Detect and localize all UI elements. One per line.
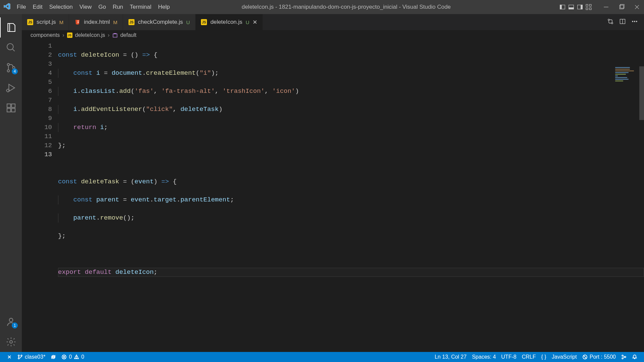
svg-rect-5	[581, 5, 583, 9]
tab-script-js[interactable]: JS script.js M	[22, 14, 69, 30]
svg-rect-8	[586, 8, 588, 10]
symbol-method-icon	[112, 33, 118, 38]
tab-label: deleteIcon.js	[210, 19, 242, 25]
git-branch[interactable]: clase03*	[15, 354, 48, 360]
tab-label: index.html	[84, 19, 110, 25]
extensions-icon[interactable]	[0, 98, 22, 118]
remote-indicator[interactable]	[4, 354, 15, 360]
editor-tabs: JS script.js M index.html M JS checkComp…	[22, 14, 644, 30]
svg-point-35	[632, 21, 633, 22]
window-controls	[603, 4, 640, 10]
split-editor-icon[interactable]	[619, 18, 626, 26]
problems[interactable]: 0 0	[59, 354, 87, 360]
tab-checkcomplete-js[interactable]: JS checkComplete.js U	[123, 14, 196, 30]
close-icon[interactable]	[634, 4, 640, 10]
warning-count: 0	[81, 354, 84, 360]
tab-index-html[interactable]: index.html M	[69, 14, 123, 30]
menu-run[interactable]: Run	[109, 4, 126, 10]
svg-rect-9	[589, 8, 591, 10]
svg-rect-6	[586, 4, 588, 6]
chevron-right-icon: ›	[62, 32, 64, 38]
breadcrumb-symbol[interactable]: default	[120, 32, 137, 38]
svg-rect-1	[560, 5, 562, 9]
svg-point-29	[9, 318, 13, 322]
svg-point-47	[76, 358, 77, 358]
menu-file[interactable]: File	[13, 4, 29, 10]
toggle-panel-icon[interactable]	[568, 4, 574, 10]
explorer-icon[interactable]	[0, 17, 22, 38]
sync-icon[interactable]	[48, 354, 59, 360]
svg-point-18	[7, 70, 9, 72]
language-mode[interactable]: { } JavaScript	[538, 354, 579, 360]
eol[interactable]: CRLF	[519, 354, 539, 360]
svg-point-30	[10, 341, 12, 343]
accounts-badge: 1	[12, 322, 18, 328]
svg-point-36	[634, 21, 635, 22]
titlebar: File Edit Selection View Go Run Terminal…	[0, 0, 644, 14]
svg-rect-7	[589, 4, 591, 6]
feedback-icon[interactable]	[619, 354, 629, 360]
svg-rect-28	[11, 108, 15, 112]
svg-point-15	[7, 44, 13, 50]
accounts-icon[interactable]: 1	[0, 312, 22, 332]
branch-name: clase03*	[25, 354, 45, 360]
svg-line-49	[584, 356, 586, 358]
js-file-icon: JS	[67, 33, 72, 38]
svg-point-37	[636, 21, 637, 22]
svg-rect-26	[11, 104, 15, 108]
svg-point-52	[622, 358, 623, 359]
tab-status: U	[186, 19, 190, 25]
svg-rect-38	[113, 34, 117, 37]
html-file-icon	[74, 19, 80, 25]
tab-status: M	[59, 19, 64, 25]
search-icon[interactable]	[0, 38, 22, 58]
svg-rect-3	[569, 8, 574, 9]
svg-point-41	[18, 358, 19, 359]
cursor-position[interactable]: Ln 13, Col 27	[432, 354, 469, 360]
source-control-icon[interactable]: 4	[0, 58, 22, 78]
notifications-icon[interactable]	[629, 354, 640, 360]
svg-point-40	[18, 355, 19, 356]
language-label: JavaScript	[552, 354, 577, 360]
more-actions-icon[interactable]	[631, 18, 638, 26]
live-server-port[interactable]: Port : 5500	[580, 354, 619, 360]
menu-selection[interactable]: Selection	[46, 4, 76, 10]
vertical-scrollbar[interactable]	[639, 66, 644, 352]
minimize-icon[interactable]	[603, 4, 609, 10]
scm-badge: 4	[12, 68, 18, 74]
breadcrumb-folder[interactable]: components	[31, 32, 60, 38]
menu-go[interactable]: Go	[95, 4, 109, 10]
tab-label: script.js	[37, 19, 56, 25]
line-numbers: 1234 5678 9101112 13	[22, 40, 58, 352]
menu-view[interactable]: View	[76, 4, 95, 10]
tab-label: checkComplete.js	[138, 19, 183, 25]
port-label: Port : 5500	[590, 354, 616, 360]
activity-bar: 4 1	[0, 14, 22, 352]
customize-layout-icon[interactable]	[586, 4, 592, 10]
toggle-primary-sidebar-icon[interactable]	[559, 4, 566, 10]
maximize-icon[interactable]	[619, 4, 625, 10]
svg-rect-27	[7, 108, 11, 112]
vscode-logo-icon	[3, 3, 11, 12]
js-file-icon: JS	[128, 19, 135, 25]
svg-point-32	[611, 22, 613, 23]
window-title: deleteIcon.js - 1821-manipulando-dom-con…	[133, 4, 559, 10]
settings-gear-icon[interactable]	[0, 332, 22, 352]
toggle-secondary-sidebar-icon[interactable]	[577, 4, 583, 10]
svg-point-31	[608, 19, 609, 20]
code-editor[interactable]: 1234 5678 9101112 13 const deleteIcon = …	[22, 40, 644, 352]
breadcrumb-file[interactable]: deleteIcon.js	[75, 32, 105, 38]
code-content[interactable]: const deleteIcon = () => { const i = doc…	[58, 40, 644, 352]
compare-changes-icon[interactable]	[607, 18, 614, 26]
indentation[interactable]: Spaces: 4	[469, 354, 498, 360]
tab-status: M	[113, 19, 118, 25]
svg-point-50	[622, 355, 623, 356]
tab-close-icon[interactable]: ✕	[253, 19, 257, 26]
tab-deleteicon-js[interactable]: JS deleteIcon.js U ✕	[196, 14, 263, 30]
breadcrumb[interactable]: components › JS deleteIcon.js › default	[22, 30, 644, 40]
svg-rect-25	[7, 104, 11, 108]
encoding[interactable]: UTF-8	[498, 354, 519, 360]
menu-edit[interactable]: Edit	[29, 4, 46, 10]
run-debug-icon[interactable]	[0, 78, 22, 98]
layout-controls	[559, 4, 592, 10]
